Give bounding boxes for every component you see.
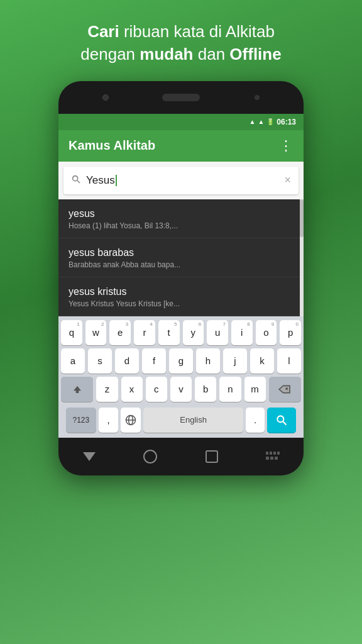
suggestions-list: yesus Hosea (1) lihat Yosua, Bil 13:8,..… xyxy=(58,199,300,316)
banner-line2: dengan mudah dan Offline xyxy=(25,43,337,65)
phone-screen: ▲ ▲ 🔋 06:13 Kamus Alkitab ⋮ Yesus xyxy=(58,114,304,438)
banner-mudah: mudah xyxy=(140,45,193,64)
nav-recents-button[interactable] xyxy=(200,445,223,468)
key-o[interactable]: 9o xyxy=(256,320,277,345)
key-j[interactable]: j xyxy=(223,348,247,374)
banner-offline: Offline xyxy=(229,45,281,64)
key-e[interactable]: 3e xyxy=(109,320,131,345)
nav-home-button[interactable] xyxy=(139,445,162,468)
suggestion-title-0: yesus xyxy=(69,208,290,219)
svg-point-0 xyxy=(73,175,78,180)
phone-bottom-bezel xyxy=(58,438,304,475)
keyboard-row-4: ?123 , English . xyxy=(61,405,301,435)
speaker xyxy=(162,94,200,101)
banner-dengan: dengan xyxy=(80,45,140,64)
phone-frame: ▲ ▲ 🔋 06:13 Kamus Alkitab ⋮ Yesus xyxy=(58,81,304,475)
key-t[interactable]: 5t xyxy=(158,320,180,345)
status-time: 06:13 xyxy=(277,118,296,126)
suggestion-title-2: yesus kristus xyxy=(69,286,290,297)
period-key[interactable]: . xyxy=(246,408,265,433)
keyboard-row-2: a s d f g h j k l xyxy=(61,348,301,374)
key-m[interactable]: m xyxy=(244,377,266,402)
shift-key[interactable] xyxy=(61,377,93,402)
space-key[interactable]: English xyxy=(143,408,243,433)
key-a[interactable]: a xyxy=(61,348,85,374)
suggestion-item-1[interactable]: yesus barabas Barabbas anak Abba atau ba… xyxy=(58,238,300,277)
banner-cari: Cari xyxy=(87,22,119,41)
key-u[interactable]: 7u xyxy=(207,320,228,345)
overflow-menu-button[interactable]: ⋮ xyxy=(279,138,293,154)
comma-key[interactable]: , xyxy=(99,408,119,433)
status-icons: ▲ ▲ 🔋 06:13 xyxy=(249,118,296,126)
key-h[interactable]: h xyxy=(196,348,220,374)
camera xyxy=(102,94,109,101)
keyboard: 1q 2w 3e 4r 5t 6y 7u 8i 9o 0p a s d f g … xyxy=(58,316,304,438)
banner-line1-suffix: ribuan kata di Alkitab xyxy=(119,22,275,41)
key-k[interactable]: k xyxy=(250,348,274,374)
suggestion-item-0[interactable]: yesus Hosea (1) lihat Yosua, Bil 13:8,..… xyxy=(58,199,300,238)
key-w[interactable]: 2w xyxy=(85,320,107,345)
banner-dan: dan xyxy=(194,45,230,64)
search-icon xyxy=(71,174,81,187)
status-bar: ▲ ▲ 🔋 06:13 xyxy=(58,114,304,130)
key-q[interactable]: 1q xyxy=(61,320,82,345)
globe-icon[interactable] xyxy=(121,408,141,433)
search-query: Yesus xyxy=(86,174,115,186)
svg-point-5 xyxy=(277,416,283,422)
scrollbar-thumb xyxy=(300,199,304,237)
key-p[interactable]: 0p xyxy=(280,320,301,345)
app-bar: Kamus Alkitab ⋮ xyxy=(58,130,304,162)
key-l[interactable]: l xyxy=(277,348,301,374)
key-z[interactable]: z xyxy=(96,377,118,402)
key-f[interactable]: f xyxy=(142,348,166,374)
key-c[interactable]: c xyxy=(146,377,167,402)
scrollbar xyxy=(300,199,304,316)
suggestion-item-2[interactable]: yesus kristus Yesus Kristus Yesus Kristu… xyxy=(58,277,300,316)
cursor xyxy=(116,175,117,186)
key-g[interactable]: g xyxy=(169,348,193,374)
svg-line-6 xyxy=(283,421,287,425)
wifi-icon: ▲ xyxy=(249,118,255,125)
suggestion-sub-0: Hosea (1) lihat Yosua, Bil 13:8,... xyxy=(69,221,290,230)
search-clear-button[interactable]: × xyxy=(284,174,291,187)
app-title: Kamus Alkitab xyxy=(69,138,155,153)
number-switch-key[interactable]: ?123 xyxy=(66,408,96,433)
search-bar[interactable]: Yesus × xyxy=(63,167,299,194)
banner-line1: Cari ribuan kata di Alkitab xyxy=(25,20,337,43)
nav-keyboard-button[interactable] xyxy=(261,445,284,468)
nav-back-button[interactable] xyxy=(78,445,101,468)
key-d[interactable]: d xyxy=(115,348,139,374)
key-n[interactable]: n xyxy=(219,377,241,402)
suggestions-wrap: yesus Hosea (1) lihat Yosua, Bil 13:8,..… xyxy=(58,199,304,316)
key-r[interactable]: 4r xyxy=(134,320,155,345)
suggestion-sub-1: Barabbas anak Abba atau bapa... xyxy=(69,260,290,269)
suggestion-sub-2: Yesus Kristus Yesus Kristus [ke... xyxy=(69,299,290,308)
sensor xyxy=(255,95,260,100)
key-b[interactable]: b xyxy=(195,377,216,402)
key-v[interactable]: v xyxy=(170,377,192,402)
key-i[interactable]: 8i xyxy=(231,320,253,345)
keyboard-row-3: z x c v b n m xyxy=(61,377,301,402)
phone-top-bezel xyxy=(58,81,304,114)
key-y[interactable]: 6y xyxy=(183,320,204,345)
keyboard-row-1: 1q 2w 3e 4r 5t 6y 7u 8i 9o 0p xyxy=(61,320,301,345)
key-s[interactable]: s xyxy=(88,348,112,374)
signal-icon: ▲ xyxy=(258,118,264,125)
key-x[interactable]: x xyxy=(121,377,143,402)
keyboard-search-button[interactable] xyxy=(267,408,296,433)
svg-line-1 xyxy=(77,180,80,183)
search-input[interactable]: Yesus xyxy=(86,174,284,187)
backspace-key[interactable] xyxy=(269,377,301,402)
banner: Cari ribuan kata di Alkitab dengan mudah… xyxy=(0,0,362,81)
battery-icon: 🔋 xyxy=(266,118,274,125)
suggestion-title-1: yesus barabas xyxy=(69,247,290,258)
